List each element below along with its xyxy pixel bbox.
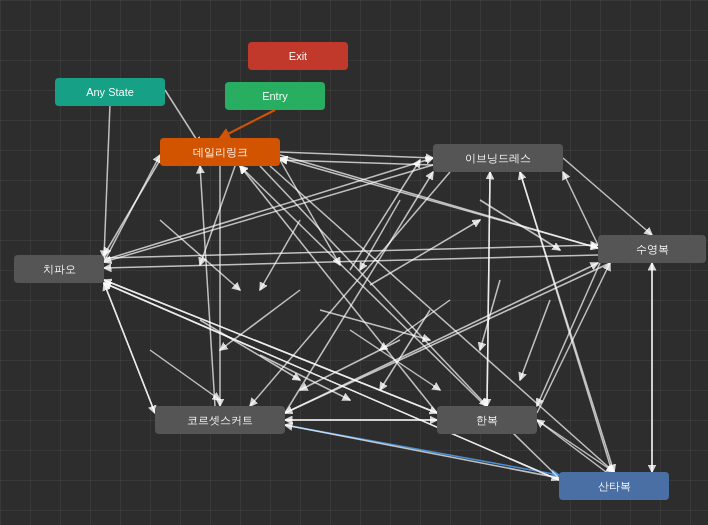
entry-label: Entry [262,90,288,102]
evening-dress-label: 이브닝드레스 [465,151,531,166]
exit-node[interactable]: Exit [248,42,348,70]
corset-skirt-label: 코르셋스커트 [187,413,253,428]
entry-node[interactable]: Entry [225,82,325,110]
daily-link-label: 데일리링크 [193,145,248,160]
hanbok-node[interactable]: 한복 [437,406,537,434]
daily-link-node[interactable]: 데일리링크 [160,138,280,166]
jipa-label: 치파오 [43,262,76,277]
evening-dress-node[interactable]: 이브닝드레스 [433,144,563,172]
swimsuit-node[interactable]: 수영복 [598,235,706,263]
exit-label: Exit [289,50,307,62]
jipa-node[interactable]: 치파오 [14,255,104,283]
any-state-label: Any State [86,86,134,98]
corset-skirt-node[interactable]: 코르셋스커트 [155,406,285,434]
swimsuit-label: 수영복 [636,242,669,257]
santa-suit-node[interactable]: 산타복 [559,472,669,500]
santa-suit-label: 산타복 [598,479,631,494]
hanbok-label: 한복 [476,413,498,428]
any-state-node[interactable]: Any State [55,78,165,106]
